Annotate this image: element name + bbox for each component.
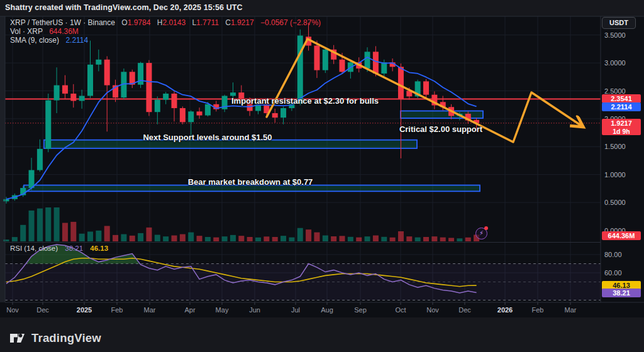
candle-body (398, 67, 404, 99)
volume-bar (423, 237, 429, 241)
volume-bar (406, 236, 412, 241)
lightning-icon: ⚡ (479, 229, 484, 236)
candle-body (155, 100, 160, 113)
volume-bar (297, 228, 303, 241)
volume-bar (205, 237, 211, 241)
annotation-breakdown-077[interactable]: Bear market breakdown at $0.77 (188, 177, 313, 187)
ohlc-close-value: 1.9217 (231, 18, 254, 27)
volume-bar (264, 236, 269, 241)
ohlc-open-label: O (121, 18, 127, 27)
tradingview-logo-mark (9, 329, 26, 346)
volume-bar (230, 235, 236, 241)
candle-body (197, 111, 203, 115)
volume-bar (45, 207, 51, 241)
volume-bar (54, 207, 60, 241)
legend-symbol-row[interactable]: XRP / TetherUS · 1W · Binance O1.9784 H2… (10, 18, 321, 27)
volume-bar (314, 233, 319, 241)
candle-body (314, 46, 319, 70)
volume-bar (37, 209, 43, 241)
legend-volume-row[interactable]: Vol · XRP 644.36M (10, 27, 321, 36)
volume-bar (255, 238, 261, 241)
volume-label: Vol · XRP (10, 27, 43, 36)
volume-bar (280, 236, 286, 241)
candle-body (272, 113, 278, 118)
rsi-value-text: 38.21 (65, 245, 83, 252)
volume-bar (415, 238, 421, 241)
rsi-legend[interactable]: RSI (14, close) 38.21 46.13 (10, 245, 108, 252)
volume-bar (331, 236, 336, 241)
rsi-label: RSI (14, close) (10, 245, 58, 252)
watermark-attribution: Shattry created with TradingView.com, De… (5, 3, 243, 12)
volume-bar (29, 211, 35, 241)
volume-bar (12, 237, 18, 241)
volume-bar (373, 236, 379, 241)
candle-body (62, 85, 68, 94)
candle-body (45, 101, 51, 149)
volume-bar (390, 238, 396, 241)
time-axis[interactable] (5, 302, 601, 317)
volume-bar (398, 231, 404, 241)
volume-bar (197, 236, 203, 241)
legend-sma-row[interactable]: SMA (9, close) 2.2114 (10, 36, 321, 45)
candle-body (381, 62, 387, 74)
candle-body (180, 108, 186, 122)
volume-layer (4, 207, 480, 241)
volume-bar (104, 226, 110, 241)
candle-body (37, 149, 43, 170)
tradingview-logo[interactable]: TradingView (9, 329, 101, 346)
volume-bar (138, 233, 143, 241)
axis-badge-sma-value: 2.2114 (602, 102, 641, 111)
annotation-critical-200[interactable]: Critical $2.00 support (399, 124, 482, 134)
volume-bar (79, 234, 85, 241)
volume-bar (272, 237, 278, 241)
tradingview-chart-page: { "watermark": "Shattry created with Tra… (0, 0, 644, 352)
chart-legend: XRP / TetherUS · 1W · Binance O1.9784 H2… (10, 18, 321, 45)
volume-bar (96, 231, 101, 241)
candle-body (365, 52, 370, 69)
candle-body (79, 96, 85, 101)
volume-value: 644.36M (49, 27, 79, 36)
volume-bar (340, 236, 345, 241)
volume-bar (222, 236, 228, 241)
sma-value: 2.2114 (65, 36, 88, 45)
candle-body (87, 65, 93, 96)
volume-bar (457, 238, 462, 241)
candle-body (96, 60, 101, 65)
axis-badge-last-price: 1.92171d 9h (602, 119, 641, 135)
candle-body (54, 85, 60, 101)
candle-body (340, 60, 345, 72)
ohlc-high-value: 2.0143 (162, 18, 186, 27)
candle-body (172, 94, 177, 108)
volume-bar (20, 225, 26, 241)
candle-body (163, 94, 169, 100)
volume-bar (146, 228, 152, 241)
candle-body (423, 81, 429, 94)
volume-bar (188, 233, 194, 241)
volume-bar (247, 237, 253, 241)
candle-body (323, 50, 328, 70)
candle-body (373, 52, 379, 74)
chart-canvas[interactable] (0, 0, 644, 352)
volume-bar (87, 231, 93, 241)
volume-bar (431, 236, 437, 241)
volume-bar (448, 238, 454, 241)
candle-body (297, 36, 303, 104)
tradingview-brand-text: TradingView (31, 331, 101, 345)
sma-label: SMA (9, close) (10, 36, 59, 45)
candle-body (146, 63, 152, 112)
volume-bar (70, 222, 76, 241)
volume-bar (121, 234, 126, 241)
candle-body (280, 108, 286, 118)
rsi-ma-value-text: 46.13 (90, 245, 108, 252)
candle-body (4, 199, 9, 202)
volume-bar (4, 239, 9, 241)
symbol-title[interactable]: XRP / TetherUS · 1W · Binance (10, 18, 115, 27)
volume-bar (365, 236, 370, 241)
annotation-support-150[interactable]: Next Support levels around $1.50 (143, 133, 272, 142)
ohlc-low-value: 1.7711 (196, 18, 219, 27)
left-gutter (0, 16, 5, 302)
ohlc-open-value: 1.9784 (128, 18, 151, 27)
volume-bar (113, 235, 118, 241)
price-axis[interactable] (601, 16, 644, 302)
annotation-resistance-230[interactable]: Important resistance at $2.30 for bulls (231, 96, 379, 106)
